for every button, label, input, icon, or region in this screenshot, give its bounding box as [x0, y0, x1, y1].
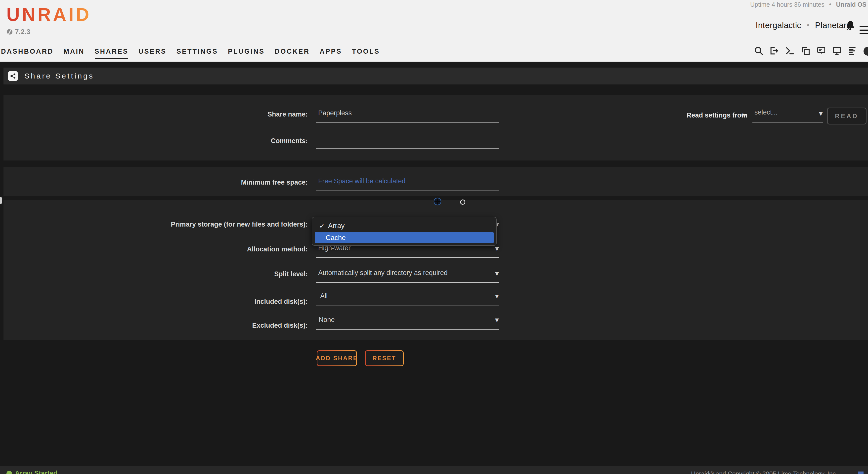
version-text: 7.2.3 [15, 28, 30, 36]
tab-shares[interactable]: SHARES [95, 48, 129, 56]
search-icon[interactable] [754, 46, 764, 56]
share-name-label: Share name: [268, 110, 308, 118]
log-icon[interactable] [848, 46, 858, 56]
logout-icon[interactable] [769, 46, 779, 56]
share-name-input[interactable]: Paperpless [316, 109, 499, 123]
excluded-disks-value: None [319, 316, 335, 324]
feedback-icon[interactable] [816, 46, 826, 56]
dropdown-option-cache[interactable]: Cache [315, 232, 494, 243]
chevron-down-icon: ▼ [819, 110, 823, 116]
reset-label: RESET [366, 351, 403, 366]
tab-tools[interactable]: TOOLS [352, 48, 380, 56]
panel-name-comments [3, 95, 868, 161]
chevron-down-icon: ▼ [495, 271, 499, 276]
uptime-row: Uptime 4 hours 36 minutes • Unraid OS St… [750, 1, 868, 8]
comments-input[interactable] [316, 136, 499, 148]
allocation-select[interactable]: High-water ▼ [316, 244, 499, 258]
included-disks-select[interactable]: All ▼ [316, 292, 499, 306]
version-status-icon [7, 29, 12, 35]
uptime-text: Uptime 4 hours 36 minutes [750, 1, 825, 8]
copyright-text: Unraid® and Copyright © 2005 Lime Techno… [691, 470, 837, 474]
read-settings-value: select... [754, 108, 777, 116]
menu-hamburger-icon[interactable] [860, 24, 868, 36]
os-name: Unraid OS [836, 1, 867, 8]
read-settings-select[interactable]: select... ▼ [752, 108, 823, 123]
top-header: Uptime 4 hours 36 minutes • Unraid OS St… [0, 0, 868, 62]
server-row: Intergalactic • Planetary [756, 21, 850, 30]
included-disks-label: Included disk(s): [254, 298, 308, 306]
allocation-label: Allocation method: [247, 245, 308, 253]
dropdown-option-array[interactable]: ✓ Array [312, 221, 344, 231]
min-free-placeholder: Free Space will be calculated [318, 177, 405, 185]
tab-apps[interactable]: APPS [320, 48, 342, 56]
copy-icon[interactable] [801, 46, 811, 56]
split-level-select[interactable]: Automatically split any directory as req… [316, 269, 499, 283]
terminal-icon[interactable] [785, 46, 795, 56]
monitor-icon[interactable] [832, 46, 842, 56]
primary-storage-dropdown: ✓ Array Cache [312, 217, 497, 246]
logo-text: UNRAID [6, 5, 91, 24]
notifications-bell-icon[interactable] [845, 20, 856, 31]
read-button[interactable]: READ [827, 108, 867, 125]
read-settings-label: Read settings from [686, 111, 747, 119]
check-icon: ✓ [319, 222, 325, 230]
theme-toggle-icon[interactable] [864, 47, 868, 56]
tab-settings[interactable]: SETTINGS [177, 48, 218, 56]
tab-plugins[interactable]: PLUGINS [228, 48, 265, 56]
server-name[interactable]: Intergalactic [756, 21, 801, 30]
excluded-disks-select[interactable]: None ▼ [316, 316, 499, 330]
circle-cursor-icon [460, 200, 465, 205]
chevron-down-icon: ▼ [495, 246, 499, 252]
split-level-value: Automatically split any directory as req… [318, 269, 448, 277]
version-row: 7.2.3 [7, 28, 30, 36]
chevron-down-icon: ▼ [495, 293, 499, 299]
add-share-button[interactable]: ADD SHARE [317, 350, 357, 366]
share-name-value: Paperpless [318, 109, 352, 117]
array-status[interactable]: Array Started [6, 470, 57, 474]
unraid-app: Uptime 4 hours 36 minutes • Unraid OS St… [0, 0, 868, 474]
tab-users[interactable]: USERS [138, 48, 166, 56]
separator-dot: • [806, 22, 810, 29]
main-nav: DASHBOARD MAIN SHARES USERS SETTINGS PLU… [1, 48, 380, 56]
move-cursor-icon [434, 198, 441, 205]
tab-main[interactable]: MAIN [64, 48, 85, 56]
share-settings-icon [8, 71, 18, 81]
tab-docker[interactable]: DOCKER [275, 48, 310, 56]
included-disks-value: All [320, 292, 328, 300]
add-share-label: ADD SHARE [317, 351, 356, 366]
unraid-logo[interactable]: UNRAID [6, 5, 91, 24]
status-orb-icon [6, 471, 12, 474]
primary-storage-label: Primary storage (for new files and folde… [171, 221, 308, 228]
os-edition-label: Unraid OS Star [836, 1, 868, 8]
array-status-text: Array Started [15, 470, 57, 474]
spacer [0, 62, 868, 68]
arrow-left-icon: ← [741, 110, 748, 120]
header-toolbar [754, 46, 858, 56]
page-titlebar: Share Settings [3, 68, 868, 84]
comments-label: Comments: [271, 137, 308, 145]
excluded-disks-label: Excluded disk(s): [252, 322, 308, 330]
option-label: Array [328, 222, 344, 230]
separator-dot: • [829, 1, 832, 8]
page-title: Share Settings [24, 72, 94, 80]
option-label: Cache [326, 234, 346, 242]
footer-link-icon[interactable] [858, 472, 864, 474]
side-drawer-handle[interactable] [0, 197, 2, 204]
split-level-label: Split level: [274, 270, 308, 278]
chevron-down-icon: ▼ [495, 317, 499, 323]
min-free-label: Minimum free space: [241, 179, 308, 186]
min-free-input[interactable]: Free Space will be calculated [316, 177, 499, 191]
reset-button[interactable]: RESET [365, 350, 404, 366]
tab-dashboard[interactable]: DASHBOARD [1, 48, 54, 56]
